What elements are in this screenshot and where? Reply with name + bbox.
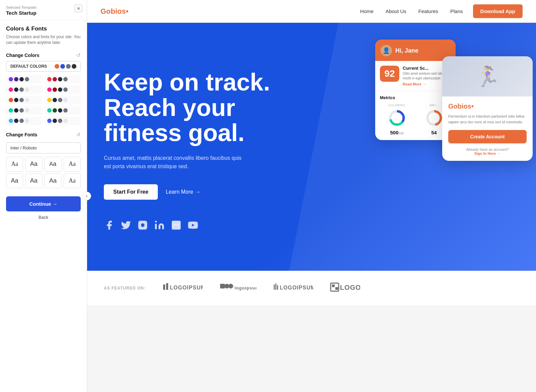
youtube-icon[interactable] [188, 220, 198, 231]
p6-dot4 [63, 98, 68, 102]
palette-4[interactable] [45, 85, 81, 94]
p10-dot1 [47, 119, 52, 123]
palette-10[interactable] [45, 117, 81, 125]
sidebar-desc: Choose colors and fonts for your site. Y… [6, 34, 81, 46]
font-preview-3[interactable]: Aa [45, 157, 62, 172]
font-preview-5[interactable]: Aa [6, 174, 23, 188]
p5-dot3 [19, 98, 24, 102]
p1-dot3 [19, 77, 24, 81]
default-color-dots [55, 64, 76, 69]
font-preview-2[interactable]: Aa [25, 157, 42, 172]
sidebar-header: Selected Template: Tech Startup ✕ [0, 0, 87, 20]
p7-dot2 [14, 108, 18, 113]
svg-rect-23 [335, 287, 338, 290]
collapse-sidebar-button[interactable]: ‹ [82, 192, 91, 200]
linkedin-icon[interactable] [154, 220, 165, 231]
runner-icon: 🏃‍♀️ [475, 65, 500, 88]
p4-dot2 [53, 87, 57, 92]
selected-template-label: Selected Template: [6, 5, 81, 9]
reset-colors-icon[interactable]: ↺ [76, 52, 81, 58]
start-for-free-button[interactable]: Start For Free [104, 184, 158, 200]
learn-more-arrow: → [195, 189, 201, 195]
font-preview-7[interactable]: Aa [45, 174, 62, 188]
front-card-body: Gobios• Fermentum ut in interdum parturi… [442, 96, 533, 161]
front-description: Fermentum ut in interdum parturient odio… [448, 114, 527, 125]
continue-button[interactable]: Continue → [6, 196, 81, 211]
metrics-title: Metrics [380, 95, 451, 100]
logo4-svg: LOGO [330, 281, 360, 293]
download-app-button[interactable]: Download App [473, 4, 523, 18]
svg-rect-19 [277, 285, 278, 290]
hero-description: Cursus amet, mattis placerat convallis l… [104, 154, 248, 171]
card-avatar: 👤 [381, 45, 392, 56]
twitter-icon[interactable] [121, 220, 131, 231]
default-colors-button[interactable]: DEFAULT COLORS [6, 61, 81, 72]
metrics-row: CALORIES 500cal WEI... [380, 104, 451, 135]
p2-dot4 [63, 77, 68, 81]
palette-2[interactable] [45, 75, 81, 83]
facebook-icon[interactable] [104, 220, 115, 231]
p5-dot2 [14, 98, 18, 102]
default-dot-3 [66, 64, 71, 69]
palette-5[interactable] [6, 96, 43, 104]
nav-link-about[interactable]: About Us [386, 8, 406, 14]
create-account-button[interactable]: Create Account [448, 130, 527, 143]
p10-dot2 [53, 119, 57, 123]
p2-dot2 [53, 77, 57, 81]
score-box: 92 [380, 66, 399, 82]
font-preview-4[interactable]: Aa [64, 157, 81, 172]
p2-dot3 [58, 77, 62, 81]
svg-point-2 [155, 221, 157, 222]
close-button[interactable]: ✕ [75, 5, 82, 12]
p9-dot2 [14, 119, 18, 123]
svg-text:LOGOIPSUM: LOGOIPSUM [280, 285, 313, 290]
calories-chart [388, 109, 406, 127]
navbar: Gobios• Home About Us Features Plans Dow… [87, 0, 536, 23]
calories-value: 500cal [380, 130, 414, 135]
palette-7[interactable] [6, 106, 43, 115]
svg-rect-17 [274, 284, 275, 290]
p8-dot2 [53, 108, 57, 113]
featured-logo-3: LOGOIPSUM [273, 281, 313, 295]
calories-label: CALORIES [380, 104, 414, 107]
nav-links: Home About Us Features Plans [360, 8, 463, 14]
font-preview-8[interactable]: Aa [64, 174, 81, 188]
p7-dot4 [25, 108, 29, 113]
instagram-icon[interactable] [137, 220, 148, 231]
p1-dot4 [25, 77, 29, 81]
learn-more-button[interactable]: Learn More → [166, 189, 201, 195]
nav-link-plans[interactable]: Plans [450, 8, 463, 14]
palette-3[interactable] [6, 85, 43, 94]
svg-point-15 [228, 284, 233, 288]
back-button[interactable]: Back [0, 213, 87, 221]
hero-section: Keep on track. Reach your fitness goal. … [87, 23, 536, 271]
sign-in-link[interactable]: Sign In Here → [474, 151, 500, 155]
calories-metric: CALORIES 500cal [380, 104, 414, 135]
palette-6[interactable] [45, 96, 81, 104]
medium-icon[interactable] [171, 220, 182, 231]
p1-dot1 [9, 77, 13, 81]
palette-1[interactable] [6, 75, 43, 83]
default-dot-4 [72, 64, 76, 69]
nav-link-features[interactable]: Features [418, 8, 438, 14]
palette-8[interactable] [45, 106, 81, 115]
p3-dot2 [14, 87, 18, 92]
font-input[interactable]: Inter / Roboto [6, 142, 81, 153]
nav-link-home[interactable]: Home [360, 8, 374, 14]
font-preview-6[interactable]: Aa [25, 174, 42, 188]
p9-dot4 [25, 119, 29, 123]
hero-buttons: Start For Free Learn More → [104, 184, 345, 200]
palette-9[interactable] [6, 117, 43, 125]
front-logo: Gobios• [448, 103, 527, 110]
weight-chart [425, 109, 443, 127]
p8-dot4 [63, 108, 68, 113]
p7-dot1 [9, 108, 13, 113]
font-preview-1[interactable]: Aa [6, 157, 23, 172]
already-account-text: Already have an account? Sign In Here → [448, 147, 527, 155]
featured-label: AS FEATURED ON: [104, 286, 146, 290]
p10-dot4 [63, 119, 68, 123]
p3-dot4 [25, 87, 29, 92]
svg-rect-10 [163, 284, 165, 290]
reset-fonts-icon[interactable]: ↺ [76, 132, 81, 138]
p10-dot3 [58, 119, 62, 123]
